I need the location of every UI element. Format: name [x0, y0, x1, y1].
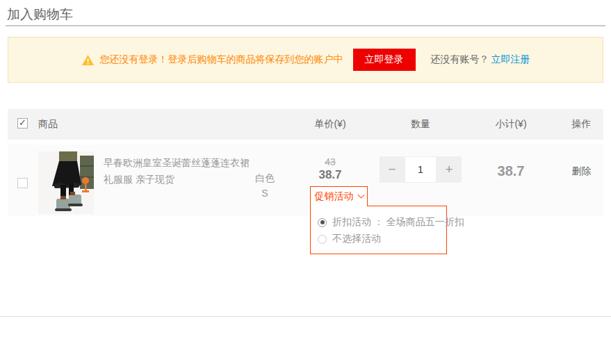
- promotion-option-label: 折扣活动 ： 全场商品五一折扣: [332, 216, 464, 229]
- product-name[interactable]: 早春欧洲皇室圣诞蕾丝蓬蓬连衣裙礼服服 亲子现货: [104, 154, 251, 214]
- promotion-option-none[interactable]: 不选择活动: [318, 231, 446, 247]
- product-size: S: [251, 185, 279, 201]
- cart-table-header: 商品 单价(¥) 数量 小计(¥) 操作: [8, 109, 603, 140]
- quantity-plus-button[interactable]: +: [437, 156, 462, 183]
- product-variant: 白色 S: [251, 170, 279, 214]
- login-warning-message: 您还没有登录！登录后购物车的商品将保存到您的账户中: [100, 53, 343, 66]
- no-account-text: 还没有账号？: [431, 53, 489, 66]
- header-quantity: 数量: [379, 118, 462, 131]
- cart-footer-bar: 全选 删除 清除失效商品 已选商品 0 件 合计(不含运费): 0.00¥ 已节…: [0, 317, 611, 364]
- item-checkbox[interactable]: [17, 178, 28, 188]
- cart-item-row: 早春欧洲皇室圣诞蕾丝蓬蓬连衣裙礼服服 亲子现货 白色 S 43 38.7 − +…: [8, 144, 603, 216]
- promotion-label: 促销活动: [315, 190, 354, 203]
- page-title: 加入购物车: [7, 6, 73, 24]
- header-subtotal: 小计(¥): [462, 118, 560, 131]
- header-select-all-checkbox[interactable]: [17, 118, 28, 129]
- radio-selected-icon[interactable]: [318, 218, 327, 227]
- quantity-input[interactable]: [405, 156, 437, 183]
- promotion-option-label: 不选择活动: [332, 233, 381, 245]
- warning-icon: [81, 54, 95, 66]
- promotion-option-discount[interactable]: 折扣活动 ： 全场商品五一折扣: [318, 214, 446, 231]
- header-unit-price: 单价(¥): [282, 118, 379, 131]
- original-price: 43: [282, 156, 379, 167]
- login-now-button[interactable]: 立即登录: [353, 49, 416, 71]
- login-warning-banner: 您还没有登录！登录后购物车的商品将保存到您的账户中 立即登录 还没有账号？ 立即…: [8, 37, 603, 83]
- title-divider: [6, 25, 605, 26]
- promotion-dropdown-toggle[interactable]: 促销活动: [310, 186, 368, 206]
- product-image[interactable]: [38, 151, 94, 214]
- promotion-dropdown-panel: 折扣活动 ： 全场商品五一折扣 不选择活动: [310, 206, 447, 254]
- header-product: 商品: [38, 118, 282, 131]
- shopping-cart-page: 加入购物车 您还没有登录！登录后购物车的商品将保存到您的账户中 立即登录 还没有…: [0, 0, 611, 364]
- current-price: 38.7: [282, 168, 379, 182]
- quantity-stepper: − +: [380, 156, 462, 183]
- unit-price-cell: 43 38.7: [282, 144, 379, 182]
- header-action: 操作: [560, 118, 603, 131]
- quantity-minus-button[interactable]: −: [380, 156, 405, 183]
- chevron-down-icon: [357, 191, 364, 198]
- subtotal-value: 38.7: [462, 144, 560, 179]
- delete-item-link[interactable]: 删除: [572, 165, 592, 176]
- radio-unselected-icon[interactable]: [318, 235, 327, 244]
- product-color: 白色: [251, 170, 279, 185]
- register-now-link[interactable]: 立即注册: [491, 53, 530, 66]
